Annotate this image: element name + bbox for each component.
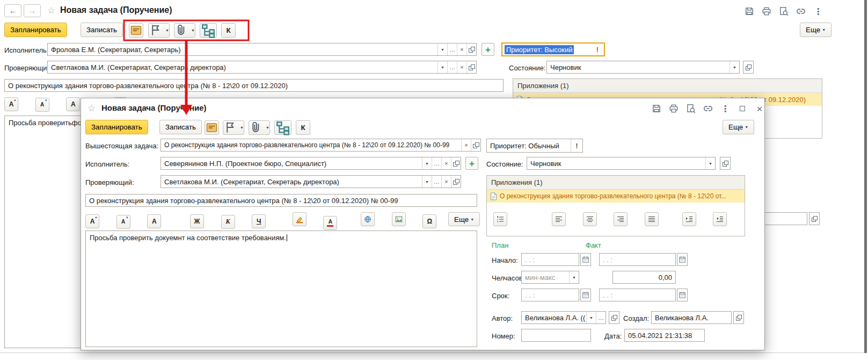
reviewer-dropdown-button[interactable]: ▼ bbox=[422, 176, 432, 188]
state-open-button[interactable] bbox=[743, 61, 754, 74]
font-color-button[interactable]: А bbox=[323, 216, 337, 230]
subject-field[interactable]: О реконструкция здания торгово-развлекат… bbox=[4, 79, 504, 92]
plan-hours-field[interactable]: мин-макс ▼ bbox=[521, 271, 579, 284]
fact-due-field[interactable]: . . : bbox=[599, 289, 676, 301]
reviewer-open-button[interactable] bbox=[451, 176, 461, 188]
plan-button[interactable]: Запланировать bbox=[4, 23, 67, 37]
indent-decrease-button[interactable] bbox=[713, 212, 727, 226]
dialog-subject-field[interactable]: О реконструкция здания торгово-развлекат… bbox=[85, 194, 477, 207]
dialog-save-document-button[interactable] bbox=[651, 103, 662, 114]
parent-task-open-button[interactable] bbox=[471, 139, 480, 151]
font-button[interactable]: А bbox=[147, 214, 161, 228]
numbered-list-button[interactable] bbox=[493, 212, 507, 226]
print-button[interactable] bbox=[761, 6, 772, 17]
control-button[interactable]: К bbox=[221, 23, 236, 38]
dialog-maximize-button[interactable] bbox=[737, 103, 748, 114]
align-justify-button[interactable] bbox=[645, 212, 659, 226]
underline-button[interactable]: Ч bbox=[252, 214, 266, 228]
fact-start-calendar-button[interactable] bbox=[677, 253, 688, 266]
author-dropdown-button[interactable]: ▼ bbox=[586, 312, 596, 323]
state-field[interactable]: Черновик ▼ bbox=[546, 61, 740, 74]
dialog-state-open-button[interactable] bbox=[720, 157, 731, 170]
write-button[interactable]: Записать bbox=[81, 23, 123, 37]
parent-task-field[interactable]: О реконструкция здания торгово-развлекат… bbox=[161, 139, 481, 152]
author-choose-button[interactable]: … bbox=[596, 312, 606, 323]
font-button[interactable]: А bbox=[66, 97, 80, 111]
dialog-body-editor[interactable]: Просьба проверить докуемнт на соответств… bbox=[85, 231, 477, 347]
font-decrease-button[interactable]: А▼ bbox=[35, 98, 49, 112]
format-more-button[interactable]: Еще▼ bbox=[448, 212, 480, 226]
executor-field[interactable]: Фролова Е.М. (Секретариат, Секретарь) ▼ … bbox=[47, 43, 477, 56]
bold-button[interactable]: Ж bbox=[190, 214, 204, 228]
dialog-task-card-button[interactable] bbox=[205, 120, 219, 135]
more-actions-button[interactable]: Еще▼ bbox=[800, 23, 831, 37]
fact-hours-field[interactable]: 0,00 bbox=[612, 271, 676, 284]
create-subtask-button[interactable]: + bbox=[482, 43, 494, 56]
author-field[interactable]: Великанова Л.А. (( ▼ … bbox=[521, 311, 606, 324]
insert-image-button[interactable] bbox=[392, 212, 406, 226]
reviewer-dropdown-button[interactable]: ▼ bbox=[437, 61, 447, 73]
state-dropdown-button[interactable]: ▼ bbox=[705, 157, 715, 169]
indent-increase-button[interactable] bbox=[682, 212, 696, 226]
reviewer-field[interactable]: Светлакова М.И. (Секретариат, Секретарь … bbox=[47, 61, 477, 74]
executor-choose-button[interactable]: … bbox=[432, 157, 441, 169]
dialog-write-button[interactable]: Записать bbox=[159, 120, 202, 134]
reviewer-open-button[interactable] bbox=[466, 61, 476, 73]
dialog-get-link-button[interactable] bbox=[703, 103, 713, 114]
reviewer-choose-button[interactable]: … bbox=[447, 61, 457, 73]
background-field-open-button[interactable] bbox=[809, 212, 820, 225]
dialog-executor-field[interactable]: Северянинов Н.П. (Проектное бюро, Специа… bbox=[161, 157, 461, 170]
executor-dropdown-button[interactable]: ▼ bbox=[437, 44, 447, 55]
plan-due-calendar-button[interactable] bbox=[580, 289, 591, 301]
dialog-create-subtask-button[interactable]: + bbox=[465, 157, 478, 170]
dialog-favorite-star-icon[interactable]: ☆ bbox=[87, 104, 96, 113]
executor-choose-button[interactable]: … bbox=[447, 44, 457, 55]
attach-button[interactable]: ▼ bbox=[174, 23, 195, 38]
align-right-button[interactable] bbox=[614, 212, 628, 226]
executor-clear-button[interactable]: × bbox=[457, 44, 466, 55]
special-char-button[interactable]: Ω bbox=[422, 214, 436, 228]
dialog-more-actions-button[interactable]: Еще▼ bbox=[723, 120, 754, 134]
flag-button[interactable]: ▼ bbox=[148, 23, 170, 38]
favorite-star-icon[interactable]: ☆ bbox=[47, 6, 55, 15]
dialog-close-button[interactable]: × bbox=[754, 103, 765, 114]
forward-button[interactable]: → bbox=[24, 4, 41, 17]
state-dropdown-button[interactable]: ▼ bbox=[730, 61, 739, 73]
preview-button[interactable] bbox=[778, 6, 789, 17]
reviewer-choose-button[interactable]: … bbox=[432, 176, 441, 188]
get-link-button[interactable] bbox=[796, 6, 806, 17]
dialog-plan-button[interactable]: Запланировать bbox=[85, 120, 148, 134]
dialog-state-field[interactable]: Черновик ▼ bbox=[527, 157, 716, 170]
executor-dropdown-button[interactable]: ▼ bbox=[422, 157, 432, 169]
dialog-attachment-item[interactable]: О реконструкция здания торгово-развлекат… bbox=[487, 190, 745, 203]
date-field[interactable]: 05.04.2021 21:31:38 bbox=[624, 329, 705, 342]
align-center-button[interactable] bbox=[583, 212, 597, 226]
dialog-subtasks-button[interactable] bbox=[274, 120, 291, 135]
dialog-control-button[interactable]: К bbox=[296, 120, 310, 135]
author-open-button[interactable] bbox=[609, 311, 619, 324]
font-increase-button[interactable]: А▲ bbox=[85, 214, 99, 228]
save-document-button[interactable] bbox=[744, 6, 755, 17]
executor-clear-button[interactable]: × bbox=[441, 157, 451, 169]
fact-due-calendar-button[interactable] bbox=[677, 289, 688, 301]
dialog-attach-button[interactable]: ▼ bbox=[249, 120, 270, 135]
font-decrease-button[interactable]: А▼ bbox=[116, 215, 130, 229]
hours-dropdown-button[interactable]: ▼ bbox=[569, 271, 579, 283]
dialog-preview-button[interactable] bbox=[685, 103, 696, 114]
dialog-print-button[interactable] bbox=[668, 103, 679, 114]
executor-open-button[interactable] bbox=[466, 44, 476, 55]
highlight-color-button[interactable] bbox=[293, 212, 307, 226]
font-increase-button[interactable]: А▲ bbox=[4, 97, 18, 111]
priority-control[interactable]: Приоритет: Высокий ! bbox=[501, 42, 605, 56]
back-button[interactable]: ← bbox=[4, 4, 21, 17]
dialog-priority-control[interactable]: Приоритет: Обычный ! bbox=[486, 139, 583, 153]
created-field[interactable]: Великанова Л.А. bbox=[651, 311, 732, 324]
dialog-reviewer-field[interactable]: Светлакова М.И. (Секретариат, Секретарь … bbox=[161, 175, 461, 188]
italic-button[interactable]: К bbox=[221, 215, 235, 229]
plan-start-calendar-button[interactable] bbox=[580, 253, 591, 266]
dialog-flag-button[interactable]: ▼ bbox=[223, 120, 244, 135]
fact-start-field[interactable]: . . : bbox=[599, 253, 676, 266]
reviewer-clear-button[interactable]: × bbox=[441, 176, 451, 188]
dialog-more-menu-button[interactable]: ⋮ bbox=[720, 103, 731, 114]
task-card-button[interactable] bbox=[129, 23, 143, 38]
